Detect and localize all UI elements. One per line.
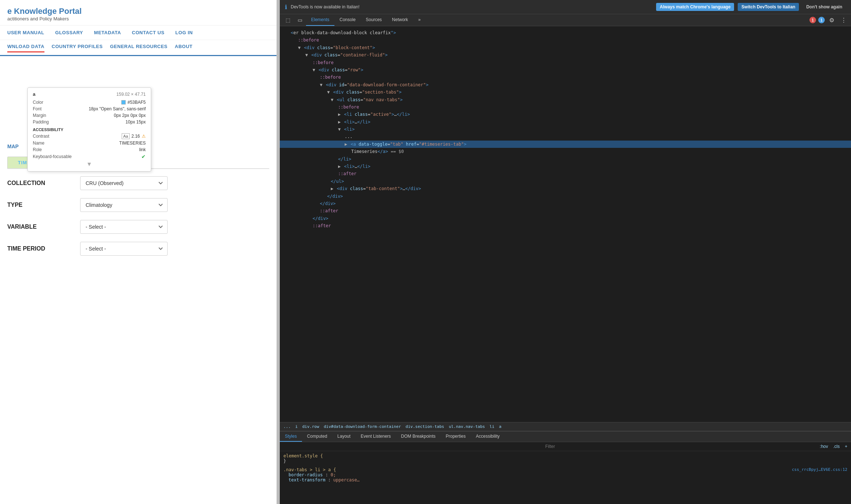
main-nav-about[interactable]: ABOUT (175, 44, 193, 51)
style-source[interactable]: css_rrcBpyj…EV6E.css:12 (792, 467, 847, 472)
main-nav-country[interactable]: COUNTRY PROFILES (52, 44, 103, 51)
breadcrumb-form-container[interactable]: div#data-download-form-container (324, 424, 401, 429)
code-line: </ul> (280, 178, 851, 185)
hov-button[interactable]: :hov (820, 444, 828, 449)
styles-tab-styles[interactable]: Styles (280, 432, 302, 442)
style-rule-nav-tabs: .nav-tabs > li > a { css_rrcBpyj…EV6E.cs… (283, 467, 847, 483)
breadcrumb-section-tabs[interactable]: div.section-tabs (405, 424, 444, 429)
more-tabs-button[interactable]: » (413, 14, 426, 26)
devtools-toolbar: ⬚ ▭ Elements Console Sources Network » 1… (280, 14, 851, 26)
code-line: </div> (280, 215, 851, 222)
tab-console[interactable]: Console (334, 14, 361, 26)
time-period-select[interactable]: - Select - (80, 242, 168, 256)
info-icon: ℹ (285, 4, 287, 11)
type-select[interactable]: Climatology Anomaly Trend (80, 198, 168, 212)
tooltip-name-label: Name (33, 141, 44, 146)
nav-contact-us[interactable]: CONTACT US (132, 30, 164, 35)
time-period-label: TIME PERIOD (7, 245, 80, 252)
tooltip-role-label: Role (33, 147, 42, 152)
filter-label: Filter (545, 444, 555, 449)
tooltip-font-label: Font (33, 106, 42, 111)
code-line: <li> (280, 126, 851, 133)
form-row-collection: COLLECTION CRU (Observed) CMIP5 CMIP6 (7, 176, 269, 190)
type-label: TYPE (7, 202, 80, 208)
tooltip-margin-value: 0px 2px 0px 0px (114, 113, 146, 118)
variable-label: VARIABLE (7, 224, 80, 230)
site-subtitle: actitioners and Policy Makers (7, 16, 269, 21)
notification-text: DevTools is now available in Italian! (291, 4, 652, 9)
code-line: </li> (280, 155, 851, 163)
error-badge[interactable]: 1 (809, 17, 816, 23)
styles-content: element.style { } .nav-tabs > li > a { c… (280, 451, 851, 504)
styles-tab-properties[interactable]: Properties (441, 432, 471, 442)
tooltip-keyboard-value: ✔ (141, 154, 146, 160)
code-line: <er block-data-download-block clearfix"> (280, 29, 851, 36)
nav-metadata[interactable]: METADATA (94, 30, 121, 35)
tooltip-dimensions: 159.02 × 47.71 (117, 92, 146, 97)
cls-button[interactable]: .cls (833, 444, 840, 449)
code-line: ... (280, 133, 851, 140)
code-line: ::before (280, 74, 851, 81)
breadcrumb-dots[interactable]: ... (283, 424, 291, 429)
devtools-code-area[interactable]: <er block-data-download-block clearfix">… (280, 26, 851, 422)
site-header: e Knowledge Portal actitioners and Polic… (0, 0, 277, 25)
styles-filter-input[interactable] (283, 444, 542, 449)
dont-show-again-button[interactable]: Don't show again (803, 3, 846, 11)
code-line: <div class="container-fluid"> (280, 51, 851, 59)
panel-divider[interactable] (277, 0, 280, 504)
code-line: <li class="active">…</li> (280, 111, 851, 118)
form-section: COLLECTION CRU (Observed) CMIP5 CMIP6 TY… (7, 176, 269, 256)
code-line: <div class="block-content"> (280, 44, 851, 51)
nav-glossary[interactable]: GLOSSARY (55, 30, 83, 35)
styles-tab-dom-breakpoints[interactable]: DOM Breakpoints (396, 432, 441, 442)
device-tool-icon[interactable]: ▭ (294, 14, 306, 26)
tab-sources[interactable]: Sources (361, 14, 387, 26)
left-panel: e Knowledge Portal actitioners and Polic… (0, 0, 277, 504)
styles-tab-accessibility[interactable]: Accessibility (471, 432, 505, 442)
top-nav: USER MANUAL GLOSSARY METADATA CONTACT US… (0, 25, 277, 40)
code-line: <div id="data-download-form-container"> (280, 81, 851, 88)
tooltip-contrast-label: Contrast (33, 134, 49, 139)
tooltip-color-label: Color (33, 100, 43, 105)
settings-icon[interactable]: ⚙ (827, 15, 836, 25)
code-line: Timeseries</a> == $0 (280, 148, 851, 155)
breadcrumb-a[interactable]: a (499, 424, 502, 429)
breadcrumb-li[interactable]: li (490, 424, 494, 429)
code-line: ::after (280, 207, 851, 214)
site-title: e Knowledge Portal (7, 7, 269, 16)
element-tooltip: a 159.02 × 47.71 Color #53BAF5 Font 18px… (27, 87, 151, 172)
breadcrumb-i[interactable]: i (295, 424, 298, 429)
styles-tab-events[interactable]: Event Listeners (356, 432, 396, 442)
match-language-button[interactable]: Always match Chrome's language (656, 3, 734, 11)
styles-filter-bar: Filter :hov .cls + (280, 442, 851, 451)
tooltip-accessibility-title: ACCESSIBILITY (33, 127, 146, 132)
cursor-tool-icon[interactable]: ⬚ (282, 14, 294, 26)
message-badge[interactable]: 1 (818, 17, 825, 23)
code-line: <li>…</li> (280, 118, 851, 126)
code-line: ::before (280, 103, 851, 111)
nav-user-manual[interactable]: USER MANUAL (7, 30, 44, 35)
switch-italian-button[interactable]: Switch DevTools to Italian (738, 3, 799, 11)
more-options-icon[interactable]: ⋮ (839, 15, 849, 25)
styles-tab-layout[interactable]: Layout (332, 432, 356, 442)
tooltip-element-name: a (33, 91, 35, 97)
code-line: <ul class="nav nav-tabs"> (280, 96, 851, 103)
styles-tab-computed[interactable]: Computed (302, 432, 332, 442)
variable-select[interactable]: - Select - (80, 220, 168, 234)
collection-select[interactable]: CRU (Observed) CMIP5 CMIP6 (80, 176, 168, 190)
tab-elements[interactable]: Elements (306, 14, 334, 26)
style-selector-nav: .nav-tabs > li > a { (283, 467, 336, 472)
tooltip-padding-value: 10px 15px (126, 119, 146, 125)
code-line: ::before (280, 59, 851, 66)
style-selector: element.style { (283, 453, 323, 458)
breadcrumb-nav-tabs[interactable]: ul.nav.nav-tabs (449, 424, 485, 429)
code-line: </div> (280, 193, 851, 200)
main-nav-general[interactable]: GENERAL RESOURCES (110, 44, 168, 51)
tab-network[interactable]: Network (387, 14, 413, 26)
breadcrumb-divrow[interactable]: div.row (302, 424, 319, 429)
tooltip-margin-label: Margin (33, 113, 46, 118)
add-style-button[interactable]: + (845, 444, 847, 449)
nav-log-in[interactable]: LOG IN (175, 30, 193, 35)
main-nav-download[interactable]: WNLOAD DATA (7, 44, 44, 52)
code-line: <div class="tab-content">…</div> (280, 185, 851, 192)
